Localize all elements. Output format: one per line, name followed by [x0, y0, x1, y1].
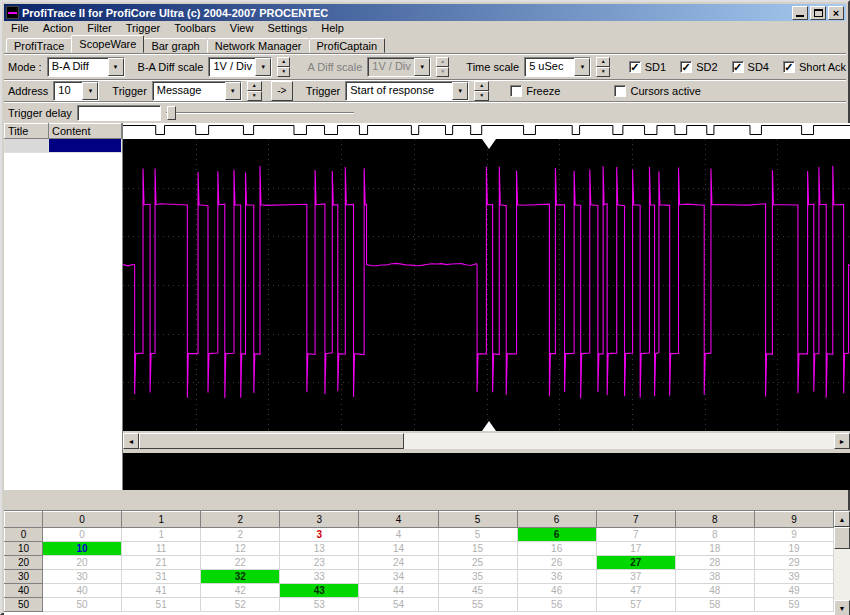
checkbox-sd4[interactable]: ✓SD4 — [732, 61, 769, 73]
matrix-cell[interactable]: 52 — [201, 598, 280, 612]
matrix-cell[interactable]: 22 — [201, 556, 280, 570]
trigger-marker-top-icon[interactable] — [482, 139, 496, 149]
matrix-cell[interactable]: 7 — [596, 528, 675, 542]
trigger-marker-bottom-icon[interactable] — [482, 421, 496, 431]
matrix-cell[interactable]: 51 — [122, 598, 201, 612]
matrix-cell[interactable]: 24 — [359, 556, 438, 570]
matrix-cell[interactable]: 18 — [675, 542, 754, 556]
matrix-cell[interactable]: 25 — [438, 556, 517, 570]
scope-canvas[interactable] — [123, 139, 850, 431]
scroll-track[interactable] — [139, 433, 834, 449]
menu-toolbars[interactable]: Toolbars — [167, 22, 223, 34]
dropdown-arrow-icon[interactable]: ▼ — [82, 82, 98, 100]
tab-scopeware[interactable]: ScopeWare — [71, 35, 144, 53]
matrix-cell[interactable]: 13 — [280, 542, 359, 556]
matrix-cell[interactable]: 46 — [517, 584, 596, 598]
matrix-cell[interactable]: 12 — [201, 542, 280, 556]
matrix-cell[interactable]: 37 — [596, 570, 675, 584]
matrix-cell[interactable]: 47 — [596, 584, 675, 598]
column-header-content[interactable]: Content — [49, 124, 122, 139]
matrix-cell[interactable]: 0 — [43, 528, 122, 542]
checkbox-freeze[interactable]: Freeze — [510, 85, 560, 97]
column-header-title[interactable]: Title — [5, 124, 49, 139]
matrix-cell[interactable]: 55 — [438, 598, 517, 612]
checkbox-icon[interactable]: ✓ — [680, 61, 692, 73]
matrix-cell[interactable]: 27 — [596, 556, 675, 570]
matrix-cell[interactable]: 15 — [438, 542, 517, 556]
matrix-cell[interactable]: 44 — [359, 584, 438, 598]
time-scale-select[interactable]: 5 uSec ▼ — [524, 57, 591, 77]
matrix-cell[interactable]: 1 — [122, 528, 201, 542]
spin-down-icon[interactable]: ▼ — [474, 91, 489, 101]
dropdown-arrow-icon[interactable]: ▼ — [108, 58, 124, 76]
menu-filter[interactable]: Filter — [80, 22, 118, 34]
matrix-cell[interactable]: 57 — [596, 598, 675, 612]
matrix-cell[interactable]: 2 — [201, 528, 280, 542]
matrix-cell[interactable]: 16 — [517, 542, 596, 556]
time-scale-spinner[interactable]: ▲▼ — [596, 57, 609, 77]
spin-down-icon[interactable]: ▼ — [247, 91, 262, 101]
matrix-cell[interactable]: 41 — [122, 584, 201, 598]
matrix-cell[interactable]: 49 — [754, 584, 833, 598]
matrix-cell[interactable]: 14 — [359, 542, 438, 556]
matrix-cell[interactable]: 21 — [122, 556, 201, 570]
checkbox-icon[interactable]: ✓ — [783, 61, 795, 73]
close-button[interactable]: × — [828, 6, 844, 20]
dropdown-arrow-icon[interactable]: ▼ — [255, 58, 271, 76]
menu-action[interactable]: Action — [36, 22, 81, 34]
scroll-track[interactable] — [834, 527, 850, 600]
trigger1-select[interactable]: Message ▼ — [152, 81, 242, 101]
matrix-cell[interactable]: 36 — [517, 570, 596, 584]
trigger-delay-input[interactable] — [77, 105, 161, 121]
maximize-button[interactable] — [810, 6, 826, 20]
matrix-cell[interactable]: 54 — [359, 598, 438, 612]
spin-up-icon[interactable]: ▲ — [474, 81, 489, 91]
matrix-cell[interactable]: 17 — [596, 542, 675, 556]
spin-up-icon[interactable]: ▲ — [247, 81, 262, 91]
matrix-cell[interactable]: 53 — [280, 598, 359, 612]
spin-up-icon[interactable]: ▲ — [277, 57, 290, 67]
checkbox-short-ack[interactable]: ✓Short Ack — [783, 61, 846, 73]
matrix-cell[interactable]: 11 — [122, 542, 201, 556]
apply-trigger-button[interactable]: -> — [271, 81, 293, 101]
matrix-cell[interactable]: 56 — [517, 598, 596, 612]
mode-select[interactable]: B-A Diff ▼ — [47, 57, 125, 77]
slider-thumb[interactable] — [167, 106, 176, 120]
matrix-cell[interactable]: 19 — [754, 542, 833, 556]
tab-network-manager[interactable]: Network Manager — [207, 38, 310, 53]
matrix-cell[interactable]: 31 — [122, 570, 201, 584]
checkbox-sd2[interactable]: ✓SD2 — [680, 61, 717, 73]
scroll-up-button[interactable]: ▲ — [834, 511, 850, 527]
menu-settings[interactable]: Settings — [260, 22, 314, 34]
matrix-cell[interactable]: 42 — [201, 584, 280, 598]
matrix-cell[interactable]: 32 — [201, 570, 280, 584]
menu-trigger[interactable]: Trigger — [119, 22, 167, 34]
matrix-cell[interactable]: 29 — [754, 556, 833, 570]
checkbox-cursors-active[interactable]: Cursors active — [614, 85, 700, 97]
matrix-cell[interactable]: 20 — [43, 556, 122, 570]
matrix-cell[interactable]: 26 — [517, 556, 596, 570]
trigger1-spinner[interactable]: ▲▼ — [247, 81, 262, 101]
spin-down-icon[interactable]: ▼ — [277, 67, 290, 77]
matrix-cell[interactable]: 59 — [754, 598, 833, 612]
tab-proficaptain[interactable]: ProfiCaptain — [309, 38, 386, 53]
dropdown-arrow-icon[interactable]: ▼ — [452, 82, 468, 100]
checkbox-sd1[interactable]: ✓SD1 — [629, 61, 666, 73]
matrix-cell[interactable]: 4 — [359, 528, 438, 542]
ba-scale-spinner[interactable]: ▲▼ — [277, 57, 290, 77]
matrix-cell[interactable]: 39 — [754, 570, 833, 584]
matrix-cell[interactable]: 40 — [43, 584, 122, 598]
matrix-cell[interactable]: 34 — [359, 570, 438, 584]
menu-help[interactable]: Help — [314, 22, 351, 34]
matrix-cell[interactable]: 50 — [43, 598, 122, 612]
matrix-cell[interactable]: 58 — [675, 598, 754, 612]
checkbox-icon[interactable]: ✓ — [732, 61, 744, 73]
scroll-right-button[interactable]: ► — [834, 433, 850, 449]
checkbox-icon[interactable] — [614, 85, 626, 97]
matrix-cell[interactable]: 48 — [675, 584, 754, 598]
list-cell-selected[interactable] — [49, 139, 122, 153]
ba-scale-select[interactable]: 1V / Div ▼ — [208, 57, 272, 77]
matrix-cell[interactable]: 23 — [280, 556, 359, 570]
scroll-thumb[interactable] — [834, 527, 850, 549]
matrix-cell[interactable]: 45 — [438, 584, 517, 598]
